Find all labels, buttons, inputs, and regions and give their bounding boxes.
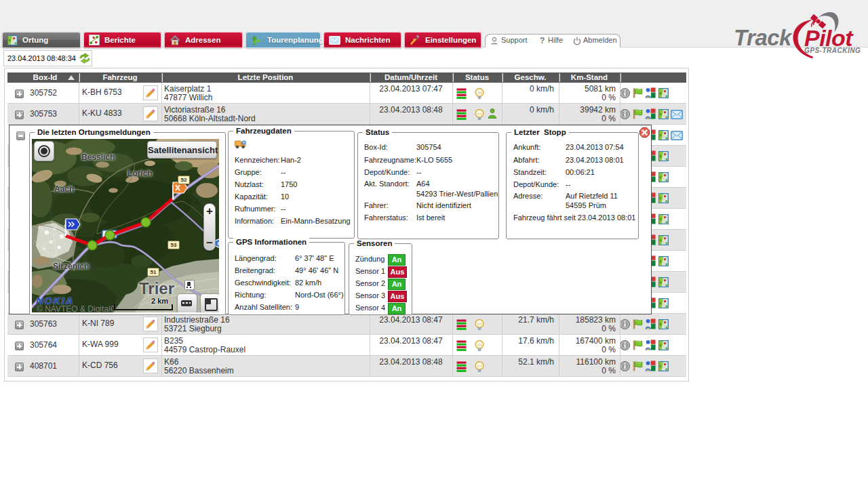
svg-text:60: 60	[218, 241, 219, 247]
